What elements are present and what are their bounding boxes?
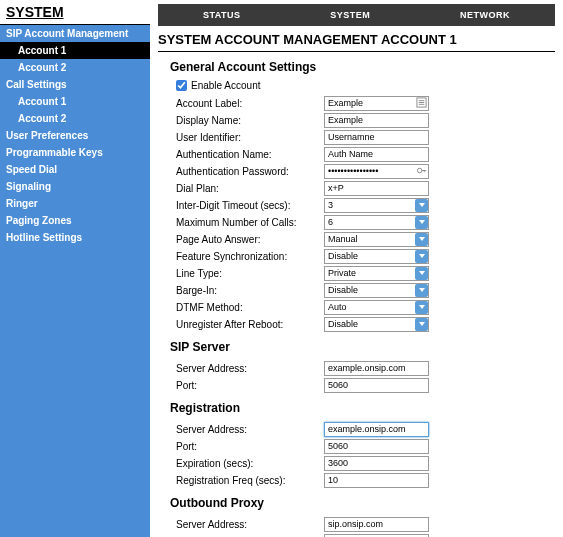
sidebar-item-11[interactable]: Paging Zones [0, 212, 150, 229]
line-type-select[interactable]: Private [324, 266, 429, 281]
unreg-select[interactable]: Disable [324, 317, 429, 332]
sip-address-input[interactable] [324, 361, 429, 376]
section-outbound: Outbound Proxy [170, 496, 555, 510]
enable-account-label: Enable Account [191, 80, 261, 91]
auth-pw-input[interactable] [324, 164, 429, 179]
feature-sync-select[interactable]: Disable [324, 249, 429, 264]
sidebar-item-12[interactable]: Hotline Settings [0, 229, 150, 246]
nav-system[interactable]: SYSTEM [330, 10, 370, 20]
sidebar-item-10[interactable]: Ringer [0, 195, 150, 212]
sip-port-input[interactable] [324, 378, 429, 393]
dial-plan-lbl: Dial Plan: [176, 183, 324, 194]
out-port-input[interactable] [324, 534, 429, 538]
sidebar-item-3[interactable]: Call Settings [0, 76, 150, 93]
interdigit-lbl: Inter-Digit Timeout (secs): [176, 200, 324, 211]
dtmf-select[interactable]: Auto [324, 300, 429, 315]
dial-plan-input[interactable] [324, 181, 429, 196]
top-nav: STATUS SYSTEM NETWORK [158, 4, 555, 26]
enable-account-checkbox[interactable] [176, 80, 187, 91]
reg-port-lbl: Port: [176, 441, 324, 452]
page-auto-lbl: Page Auto Answer: [176, 234, 324, 245]
reg-expiration-lbl: Expiration (secs): [176, 458, 324, 469]
feature-sync-lbl: Feature Synchronization: [176, 251, 324, 262]
section-sip-server: SIP Server [170, 340, 555, 354]
contacts-icon[interactable] [416, 97, 427, 108]
reg-address-input[interactable] [324, 422, 429, 437]
account-label-lbl: Account Label: [176, 98, 324, 109]
sidebar-item-1[interactable]: Account 1 [0, 42, 150, 59]
line-type-lbl: Line Type: [176, 268, 324, 279]
user-identifier-lbl: User Identifier: [176, 132, 324, 143]
sip-address-lbl: Server Address: [176, 363, 324, 374]
nav-status[interactable]: STATUS [203, 10, 241, 20]
reg-expiration-input[interactable] [324, 456, 429, 471]
sidebar-item-2[interactable]: Account 2 [0, 59, 150, 76]
auth-name-lbl: Authentication Name: [176, 149, 324, 160]
main: STATUS SYSTEM NETWORK SYSTEM ACCOUNT MAN… [150, 0, 563, 537]
sidebar-item-0[interactable]: SIP Account Management [0, 25, 150, 42]
reg-address-lbl: Server Address: [176, 424, 324, 435]
reg-port-input[interactable] [324, 439, 429, 454]
display-name-input[interactable] [324, 113, 429, 128]
svg-point-4 [417, 168, 422, 173]
sidebar-item-8[interactable]: Speed Dial [0, 161, 150, 178]
sidebar-item-6[interactable]: User Preferences [0, 127, 150, 144]
auth-name-input[interactable] [324, 147, 429, 162]
dtmf-lbl: DTMF Method: [176, 302, 324, 313]
maxcalls-select[interactable]: 6 [324, 215, 429, 230]
user-identifier-input[interactable] [324, 130, 429, 145]
sidebar-item-7[interactable]: Programmable Keys [0, 144, 150, 161]
sidebar: SYSTEM SIP Account ManagementAccount 1Ac… [0, 0, 150, 537]
sip-port-lbl: Port: [176, 380, 324, 391]
sidebar-title: SYSTEM [0, 0, 150, 25]
page-title: SYSTEM ACCOUNT MANAGEMENT ACCOUNT 1 [158, 32, 555, 52]
display-name-lbl: Display Name: [176, 115, 324, 126]
maxcalls-lbl: Maximum Number of Calls: [176, 217, 324, 228]
out-address-lbl: Server Address: [176, 519, 324, 530]
sidebar-item-4[interactable]: Account 1 [0, 93, 150, 110]
out-address-input[interactable] [324, 517, 429, 532]
auth-pw-lbl: Authentication Password: [176, 166, 324, 177]
key-icon[interactable] [416, 165, 427, 176]
section-registration: Registration [170, 401, 555, 415]
barge-in-select[interactable]: Disable [324, 283, 429, 298]
sidebar-item-5[interactable]: Account 2 [0, 110, 150, 127]
page-auto-select[interactable]: Manual [324, 232, 429, 247]
sidebar-item-9[interactable]: Signaling [0, 178, 150, 195]
unreg-lbl: Unregister After Reboot: [176, 319, 324, 330]
account-label-input[interactable] [324, 96, 429, 111]
reg-freq-lbl: Registration Freq (secs): [176, 475, 324, 486]
enable-account-row: Enable Account [176, 80, 555, 91]
interdigit-select[interactable]: 3 [324, 198, 429, 213]
reg-freq-input[interactable] [324, 473, 429, 488]
section-general: General Account Settings [170, 60, 555, 74]
barge-in-lbl: Barge-In: [176, 285, 324, 296]
nav-network[interactable]: NETWORK [460, 10, 510, 20]
